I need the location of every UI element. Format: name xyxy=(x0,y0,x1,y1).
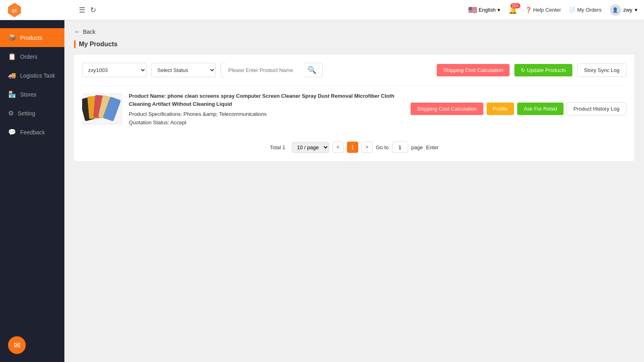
goto-input[interactable] xyxy=(392,142,408,153)
logo-area: ST xyxy=(6,2,71,18)
logistics-icon: 🚚 xyxy=(8,72,16,79)
back-label: Back xyxy=(83,29,95,35)
sidebar-item-feedback[interactable]: 💬 Feedback xyxy=(0,123,64,142)
prev-page-button[interactable]: < xyxy=(332,142,344,153)
sidebar-item-logistics-task[interactable]: 🚚 Logistics Task xyxy=(0,66,64,85)
lang-chevron: ▾ xyxy=(497,7,500,13)
sidebar-item-orders[interactable]: 📋 Orders xyxy=(0,47,64,66)
user-name: zwy xyxy=(623,7,632,13)
main-content: ← Back My Products zxy1003 Select Status xyxy=(64,20,644,362)
goto-label: Go to xyxy=(376,144,389,150)
language-label: English xyxy=(479,7,496,13)
layout: 📦 Products 📋 Orders 🚚 Logistics Task 🏪 S… xyxy=(0,20,644,362)
header: ST ☰ ↻ 🇺🇸 English ▾ 🔔 10+ ❓ Help Center … xyxy=(0,0,644,20)
sidebar-item-stores[interactable]: 🏪 Stores xyxy=(0,85,64,104)
page-size-selector[interactable]: 10 / page 20 / page 50 / page xyxy=(292,142,329,153)
notification-badge: 10+ xyxy=(510,3,520,8)
search-box: 🔍 xyxy=(221,63,323,77)
table-row: Product Name: phone clean screens spray … xyxy=(82,85,626,132)
my-orders-link[interactable]: 📄 My Orders xyxy=(569,7,602,13)
main-inner: ← Back My Products zxy1003 Select Status xyxy=(64,20,644,169)
avatar: 👤 xyxy=(610,4,621,16)
header-right: 🇺🇸 English ▾ 🔔 10+ ❓ Help Center 📄 My Or… xyxy=(468,4,638,16)
product-details: Product Name: phone clean screens spray … xyxy=(129,92,404,125)
update-products-button[interactable]: ↻ Update Products xyxy=(514,64,572,76)
search-input[interactable] xyxy=(224,63,305,77)
help-center-link[interactable]: ❓ Help Center xyxy=(525,7,561,13)
product-list: Product Name: phone clean screens spray … xyxy=(82,85,626,132)
sidebar-item-label: Feedback xyxy=(20,129,45,136)
notification-button[interactable]: 🔔 10+ xyxy=(508,6,517,14)
page-label: page xyxy=(411,144,423,150)
flag-icon: 🇺🇸 xyxy=(468,6,477,14)
stores-icon: 🏪 xyxy=(8,90,16,98)
mail-button[interactable]: ✉ xyxy=(8,336,26,354)
hamburger-icon[interactable]: ☰ xyxy=(79,6,85,14)
sidebar: 📦 Products 📋 Orders 🚚 Logistics Task 🏪 S… xyxy=(0,20,64,362)
header-controls: ☰ ↻ xyxy=(79,6,96,14)
language-selector[interactable]: 🇺🇸 English ▾ xyxy=(468,6,500,14)
shipping-cost-calculation-button[interactable]: Shipping Cost Calculation xyxy=(437,64,510,76)
product-spec: Product Specifications: Phones &amp; Tel… xyxy=(129,111,404,117)
back-button[interactable]: ← Back xyxy=(74,28,634,35)
phone-stack xyxy=(82,93,122,125)
feedback-icon: 💬 xyxy=(8,128,16,136)
product-name: Product Name: phone clean screens spray … xyxy=(129,92,404,108)
product-shipping-cost-button[interactable]: Shipping Cost Calculation xyxy=(411,103,483,115)
page-title: My Products xyxy=(79,41,118,48)
product-actions: Shipping Cost Calculation Profile Ask Fo… xyxy=(411,102,626,115)
user-menu[interactable]: 👤 zwy ▾ xyxy=(610,4,638,16)
svg-text:ST: ST xyxy=(12,8,17,13)
product-history-log-button[interactable]: Product History Log xyxy=(567,102,626,115)
user-chevron: ▾ xyxy=(635,7,638,13)
refresh-icon[interactable]: ↻ xyxy=(90,6,96,14)
sidebar-bottom: ✉ xyxy=(0,328,64,362)
sidebar-item-products[interactable]: 📦 Products xyxy=(0,28,64,47)
page-number-1[interactable]: 1 xyxy=(347,142,358,153)
product-status: Quotation Status: Accept xyxy=(129,119,404,125)
update-icon: ↻ xyxy=(521,67,525,73)
header-left: ST ☰ ↻ xyxy=(6,2,96,18)
search-button[interactable]: 🔍 xyxy=(305,63,319,77)
status-selector[interactable]: Select Status xyxy=(151,63,216,77)
filter-row: zxy1003 Select Status 🔍 Shipping Cost Ca… xyxy=(82,63,626,77)
content-card: zxy1003 Select Status 🔍 Shipping Cost Ca… xyxy=(74,55,634,161)
back-arrow-icon: ← xyxy=(74,28,80,35)
ask-rebid-button[interactable]: Ask For Rebid xyxy=(517,103,563,115)
orders-icon: 📋 xyxy=(8,53,16,60)
product-image xyxy=(82,93,122,125)
logo-icon: ST xyxy=(6,2,23,18)
sidebar-item-setting[interactable]: ⚙ Setting xyxy=(0,104,64,123)
sidebar-item-label: Orders xyxy=(20,53,37,60)
pagination: Total 1 10 / page 20 / page 50 / page < … xyxy=(82,142,626,153)
orders-icon: 📄 xyxy=(569,7,576,13)
help-icon: ❓ xyxy=(525,7,532,13)
store-selector[interactable]: zxy1003 xyxy=(82,63,147,77)
sidebar-item-label: Setting xyxy=(18,110,35,117)
breadcrumb-bar xyxy=(74,40,76,48)
profile-button[interactable]: Profile xyxy=(487,103,514,115)
my-orders-label: My Orders xyxy=(577,7,602,13)
enter-button[interactable]: Enter xyxy=(426,144,438,150)
next-page-button[interactable]: > xyxy=(361,142,373,153)
products-icon: 📦 xyxy=(8,34,16,41)
breadcrumb: My Products xyxy=(74,40,634,48)
setting-icon: ⚙ xyxy=(8,109,14,117)
sidebar-item-label: Products xyxy=(20,35,42,41)
sidebar-item-label: Logistics Task xyxy=(20,72,55,79)
story-sync-log-button[interactable]: Story Sync Log xyxy=(577,64,626,77)
sidebar-item-label: Stores xyxy=(20,91,36,98)
update-products-label: Update Products xyxy=(527,67,566,73)
total-label: Total 1 xyxy=(270,144,285,150)
help-center-label: Help Center xyxy=(533,7,561,13)
